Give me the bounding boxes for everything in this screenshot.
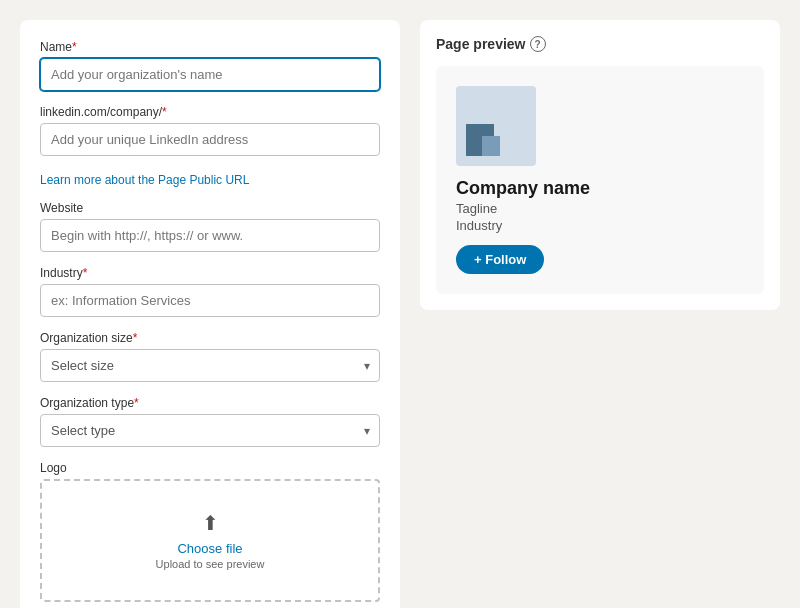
preview-card: Company name Tagline Industry + Follow (436, 66, 764, 294)
upload-hint: Upload to see preview (62, 558, 358, 570)
learn-more-link[interactable]: Learn more about the Page Public URL (40, 173, 249, 187)
create-page-form: Name* linkedin.com/company/* Learn more … (20, 20, 400, 608)
preview-help-icon[interactable]: ? (530, 36, 546, 52)
name-input[interactable] (40, 58, 380, 91)
preview-logo (456, 86, 536, 166)
preview-company-name: Company name (456, 178, 744, 199)
linkedin-url-input[interactable] (40, 123, 380, 156)
name-group: Name* (40, 40, 380, 91)
page-preview-panel: Page preview ? Company name Tagline Indu… (420, 20, 780, 310)
logo-group: Logo ⬆ Choose file Upload to see preview… (40, 461, 380, 608)
name-label: Name* (40, 40, 380, 54)
industry-input[interactable] (40, 284, 380, 317)
website-input[interactable] (40, 219, 380, 252)
logo-label: Logo (40, 461, 380, 475)
follow-button[interactable]: + Follow (456, 245, 544, 274)
website-label: Website (40, 201, 380, 215)
industry-label: Industry* (40, 266, 380, 280)
org-size-select-wrapper: Select size 1-10 employees11-50 employee… (40, 349, 380, 382)
linkedin-url-group: linkedin.com/company/* (40, 105, 380, 156)
org-size-select[interactable]: Select size 1-10 employees11-50 employee… (40, 349, 380, 382)
linkedin-url-label: linkedin.com/company/* (40, 105, 380, 119)
website-group: Website (40, 201, 380, 252)
upload-icon: ⬆ (62, 511, 358, 535)
org-type-group: Organization type* Select type Education… (40, 396, 380, 447)
org-type-label: Organization type* (40, 396, 380, 410)
org-type-select-wrapper: Select type Educational InstitutionGover… (40, 414, 380, 447)
preview-title: Page preview ? (436, 36, 764, 52)
preview-industry-text: Industry (456, 218, 744, 233)
logo-upload-area[interactable]: ⬆ Choose file Upload to see preview (40, 479, 380, 602)
preview-tagline-text: Tagline (456, 201, 744, 216)
industry-group: Industry* (40, 266, 380, 317)
choose-file-text: Choose file (62, 541, 358, 556)
org-size-label: Organization size* (40, 331, 380, 345)
preview-logo-bar2 (482, 136, 500, 156)
org-size-group: Organization size* Select size 1-10 empl… (40, 331, 380, 382)
org-type-select[interactable]: Select type Educational InstitutionGover… (40, 414, 380, 447)
